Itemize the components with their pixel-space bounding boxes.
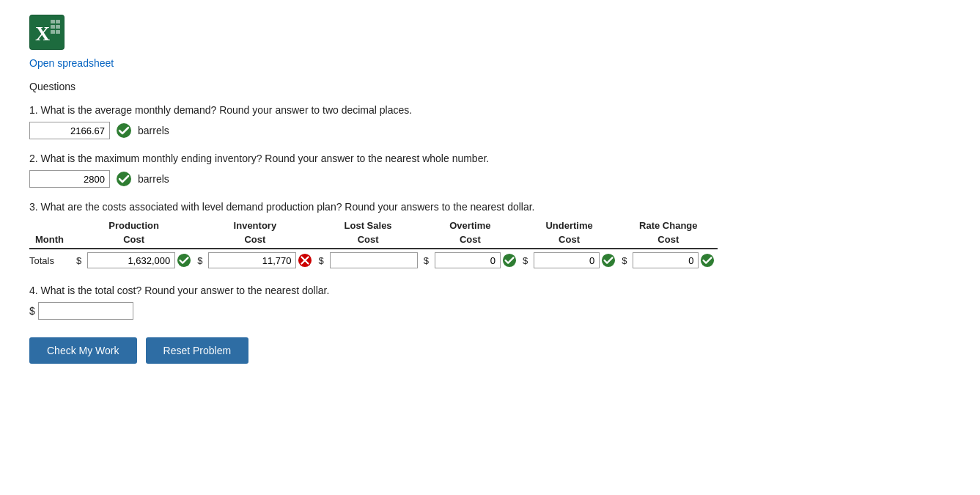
production-check-icon (177, 253, 191, 268)
q1-input[interactable] (29, 122, 110, 139)
q2-check-icon (116, 171, 132, 187)
col-production-cost-header: Cost (73, 232, 194, 249)
svg-rect-4 (51, 25, 55, 29)
inventory-check-icon (298, 253, 312, 268)
questions-label: Questions (29, 81, 951, 92)
production-cost-cell (84, 249, 194, 270)
reset-problem-button[interactable]: Reset Problem (146, 337, 249, 364)
production-cost-input[interactable] (87, 252, 175, 268)
q2-text: 2. What is the maximum monthly ending in… (29, 153, 951, 164)
col-overtime-header: Overtime (421, 219, 520, 232)
col-ratechange-header: Rate Change (619, 219, 718, 232)
overtime-cost-cell (432, 249, 520, 270)
q4-text: 4. What is the total cost? Round your an… (29, 285, 951, 296)
excel-icon: X (29, 15, 65, 50)
lostsales-cost-input[interactable] (330, 252, 418, 268)
open-spreadsheet-link[interactable]: Open spreadsheet (29, 57, 951, 69)
question-3: 3. What are the costs associated with le… (29, 201, 951, 270)
svg-rect-3 (56, 20, 60, 23)
col-month-header (29, 219, 73, 232)
overtime-cost-input[interactable] (435, 252, 501, 268)
col-undertime-header: Undertime (520, 219, 619, 232)
ratechange-check-icon (700, 253, 715, 268)
totals-row: Totals $ $ (29, 249, 718, 270)
q4-dollar: $ (29, 305, 35, 317)
col-overtime-cost-header: Cost (421, 232, 520, 249)
costs-table: Production Inventory Lost Sales Overtime… (29, 219, 718, 270)
q1-check-icon (116, 122, 132, 139)
lostsales-dollar: $ (315, 249, 326, 270)
q3-text: 3. What are the costs associated with le… (29, 201, 951, 213)
svg-rect-2 (51, 20, 55, 23)
inventory-dollar: $ (194, 249, 205, 270)
inventory-cost-input[interactable] (208, 252, 296, 268)
check-my-work-button[interactable]: Check My Work (29, 337, 137, 364)
ratechange-dollar: $ (619, 249, 630, 270)
col-inventory-cost-header: Cost (194, 232, 315, 249)
overtime-dollar: $ (421, 249, 432, 270)
ratechange-cost-input[interactable] (633, 252, 699, 268)
buttons-row: Check My Work Reset Problem (29, 337, 951, 364)
svg-text:X: X (35, 22, 50, 45)
question-4: 4. What is the total cost? Round your an… (29, 285, 951, 320)
q1-text: 1. What is the average monthly demand? R… (29, 104, 951, 116)
q3-table-section: Production Inventory Lost Sales Overtime… (29, 219, 951, 270)
lostsales-cost-cell (327, 249, 421, 270)
col-ratechange-cost-header: Cost (619, 232, 718, 249)
undertime-check-icon (601, 253, 616, 268)
question-2: 2. What is the maximum monthly ending in… (29, 153, 951, 188)
col-lostsales-header: Lost Sales (315, 219, 420, 232)
undertime-cost-input[interactable] (534, 252, 600, 268)
svg-rect-7 (56, 30, 60, 34)
q4-input[interactable] (38, 302, 133, 320)
ratechange-cost-cell (630, 249, 718, 270)
production-dollar: $ (73, 249, 84, 270)
col-undertime-cost-header: Cost (520, 232, 619, 249)
inventory-cost-cell (205, 249, 315, 270)
col-month-subheader: Month (29, 232, 73, 249)
svg-rect-5 (56, 25, 60, 29)
svg-rect-6 (51, 30, 55, 34)
q1-unit: barrels (138, 125, 169, 136)
undertime-dollar: $ (520, 249, 531, 270)
undertime-cost-cell (531, 249, 619, 270)
col-production-header: Production (73, 219, 194, 232)
question-1: 1. What is the average monthly demand? R… (29, 104, 951, 139)
q2-input[interactable] (29, 170, 110, 188)
overtime-check-icon (502, 253, 517, 268)
col-inventory-header: Inventory (194, 219, 315, 232)
col-lostsales-cost-header: Cost (315, 232, 420, 249)
totals-label: Totals (29, 249, 73, 270)
q2-unit: barrels (138, 173, 169, 185)
